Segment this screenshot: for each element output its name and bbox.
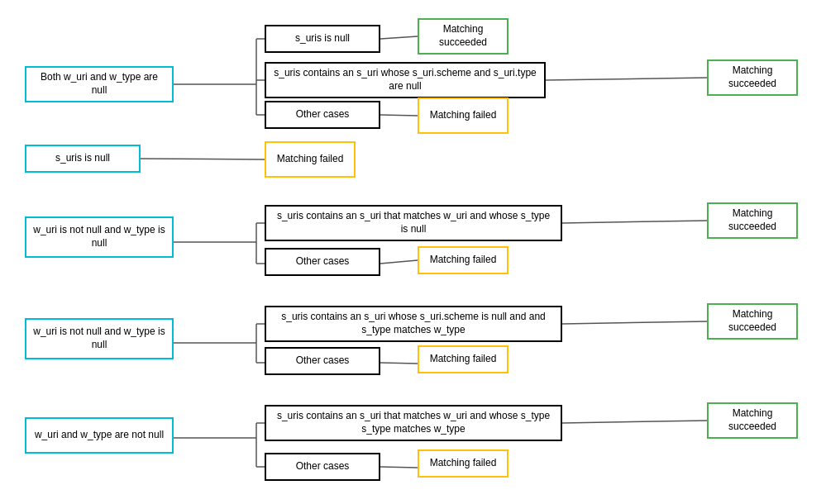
svg-line-7	[380, 115, 418, 116]
match-fail2-node: Matching failed	[265, 141, 356, 178]
both-null-node: Both w_uri and w_type are null	[25, 66, 174, 102]
svg-line-19	[562, 321, 707, 324]
match-ok3-node: Matching succeeded	[707, 202, 798, 239]
s-uris-null-cond-node: s_uris is null	[265, 25, 380, 53]
svg-line-20	[380, 363, 418, 364]
s-uris-matches-wuri-stype-null-node: s_uris contains an s_uri that matches w_…	[265, 205, 562, 241]
svg-line-25	[562, 421, 707, 423]
w-uri-notnull-wtype-null2-node: w_uri is not null and w_type is null	[25, 318, 174, 359]
w-uri-wtype-notnull-node: w_uri and w_type are not null	[25, 417, 174, 454]
match-ok5-node: Matching succeeded	[707, 402, 798, 439]
svg-line-8	[141, 159, 265, 159]
svg-line-14	[380, 260, 418, 264]
s-uris-null-node: s_uris is null	[25, 145, 141, 173]
match-ok1-node: Matching succeeded	[418, 18, 508, 55]
w-uri-notnull-wtype-null1-node: w_uri is not null and w_type is null	[25, 216, 174, 258]
match-fail1-node: Matching failed	[418, 97, 508, 134]
other2-node: Other cases	[265, 248, 380, 276]
diagram: Both w_uri and w_type are null s_uris is…	[0, 0, 826, 504]
other3-node: Other cases	[265, 347, 380, 375]
other1-node: Other cases	[265, 101, 380, 129]
match-ok4-node: Matching succeeded	[707, 303, 798, 340]
match-fail5-node: Matching failed	[418, 449, 508, 478]
match-fail3-node: Matching failed	[418, 246, 508, 274]
s-uris-scheme-null-stype-node: s_uris contains an s_uri whose s_uri.sch…	[265, 306, 562, 342]
svg-line-5	[380, 36, 418, 39]
other4-node: Other cases	[265, 453, 380, 481]
svg-line-26	[380, 467, 418, 468]
svg-line-13	[562, 221, 707, 223]
svg-line-6	[546, 78, 707, 80]
s-uris-matches-wuri-stype-matches-node: s_uris contains an s_uri that matches w_…	[265, 405, 562, 441]
match-ok2-node: Matching succeeded	[707, 59, 798, 96]
s-uris-scheme-cond-node: s_uris contains an s_uri whose s_uri.sch…	[265, 62, 546, 98]
match-fail4-node: Matching failed	[418, 345, 508, 373]
